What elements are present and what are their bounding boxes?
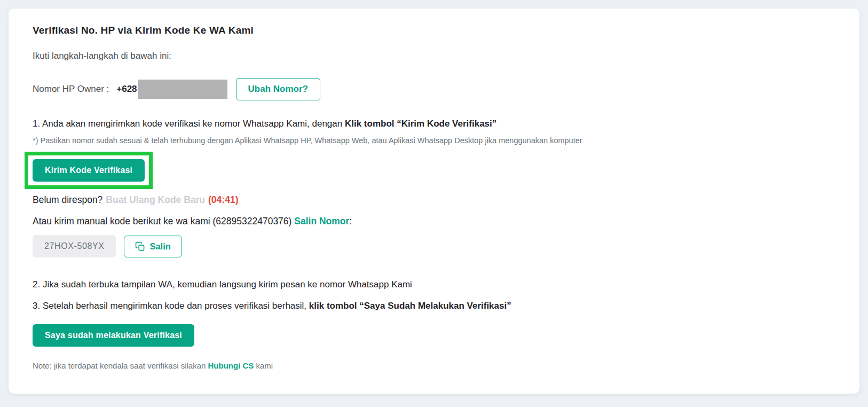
manual-text-suffix: : [349,216,352,226]
countdown-timer: (04:41) [208,194,238,205]
step-1-regular: 1. Anda akan mengirimkan kode verifikasi… [33,119,345,129]
step-1-bold: Klik tombol “Kirim Kode Verifikasi” [345,119,496,129]
verification-card: Verifikasi No. HP via Kirim Kode Ke WA K… [9,9,859,394]
step-1-footnote: *) Pastikan nomor sudah sesuai & telah t… [33,136,845,145]
step-1-text: 1. Anda akan mengirimkan kode verifikasi… [33,119,845,129]
verification-code-value: 27HOX-508YX [33,235,116,257]
annotation-highlight-box: Kirim Kode Verifikasi [25,152,153,189]
phone-number-value: +628 [116,84,137,95]
step-2-text: 2. Jika sudah terbuka tampilan WA, kemud… [33,279,845,290]
phone-number-row: Nomor HP Owner : +628 Ubah Nomor? [33,77,845,101]
change-number-button[interactable]: Ubah Nomor? [236,78,320,100]
manual-send-line: Atau kirim manual kode berikut ke wa kam… [33,216,845,227]
step-3-regular: 3. Setelah berhasil mengirimkan kode dan… [33,301,309,311]
phone-label: Nomor HP Owner : [33,84,109,95]
note-text: Note: jika terdapat kendala saat verifik… [33,361,208,370]
phone-number-redaction-block [138,80,227,99]
copy-code-button-label: Salin [149,241,170,252]
regenerate-code-link[interactable]: Buat Ulang Kode Baru [106,194,205,205]
verification-code-row: 27HOX-508YX Salin [33,234,845,258]
step-3-bold: klik tombol “Saya Sudah Melakukan Verifi… [309,301,511,311]
step-3-text: 3. Setelah berhasil mengirimkan kode dan… [33,301,845,311]
manual-text: Atau kirim manual kode berikut ke wa kam… [33,216,294,226]
contact-cs-link[interactable]: Hubungi CS [208,361,254,370]
copy-code-button[interactable]: Salin [124,236,182,257]
note-text-suffix: kami [254,361,273,370]
verification-done-button[interactable]: Saya sudah melakukan Verifikasi [33,324,194,347]
resend-row: Belum direspon?Buat Ulang Kode Baru(04:4… [33,194,845,206]
copy-icon [135,241,145,252]
resend-prompt: Belum direspon? [33,194,102,205]
footer-note: Note: jika terdapat kendala saat verifik… [33,361,845,370]
page-title: Verifikasi No. HP via Kirim Kode Ke WA K… [33,25,845,36]
send-code-button[interactable]: Kirim Kode Verifikasi [33,159,145,182]
intro-text: Ikuti langkah-langkah di bawah ini: [33,51,845,61]
copy-number-link[interactable]: Salin Nomor [294,216,349,226]
